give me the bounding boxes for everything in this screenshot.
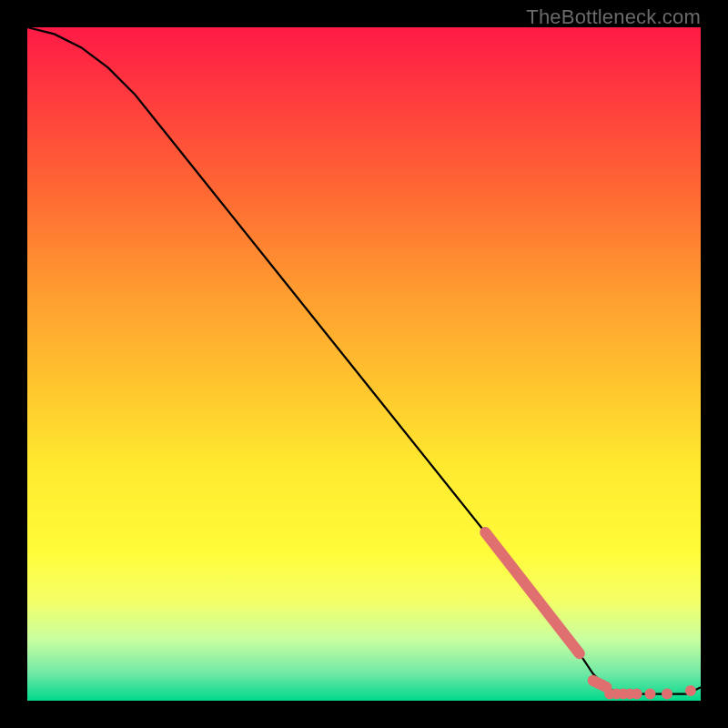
highlight-segment [485, 532, 580, 653]
highlight-point [645, 689, 656, 700]
highlight-points [604, 685, 696, 700]
plot-area [27, 27, 701, 701]
highlight-segments [485, 532, 606, 687]
bottleneck-curve [27, 27, 701, 694]
chart-frame: TheBottleneck.com [0, 0, 728, 728]
curve-svg [27, 27, 701, 701]
highlight-point [685, 685, 696, 696]
attribution-text: TheBottleneck.com [526, 5, 701, 29]
highlight-segment [593, 681, 607, 687]
highlight-point [662, 689, 672, 700]
highlight-point [632, 689, 642, 700]
